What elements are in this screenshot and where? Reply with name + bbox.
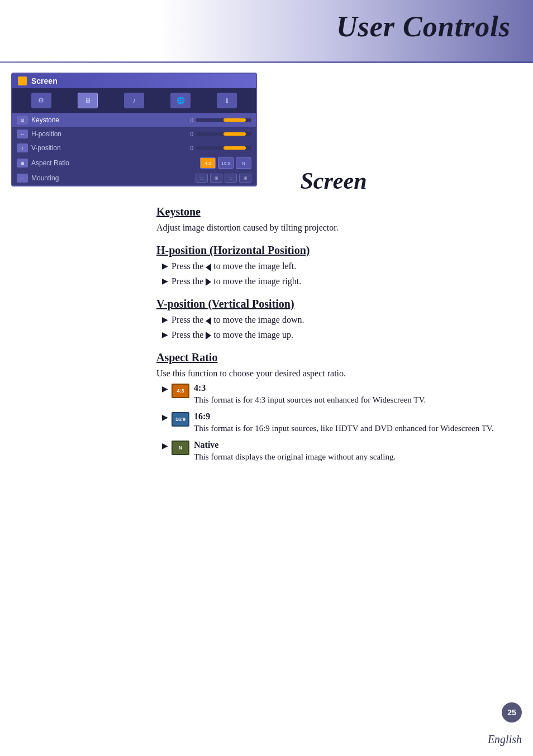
- bullet-arrow-icon: ▶: [162, 261, 168, 271]
- section-title: Screen: [151, 168, 516, 194]
- heading-keystone: Keystone: [151, 205, 516, 218]
- aspect-arrow-43: ▶: [162, 384, 168, 394]
- aspect-native-content: Native This format displays the original…: [194, 440, 516, 463]
- heading-hposition: H-position (Horizontal Position): [151, 244, 516, 257]
- keystone-label: Keystone: [31, 116, 141, 124]
- aspect-169-desc: This format is for 16:9 input sources, l…: [194, 423, 516, 434]
- hposition-bullet-1: ▶ Press the to move the image left.: [151, 260, 516, 272]
- vposition-bullet-2-text: Press the to move the image up.: [172, 329, 293, 341]
- arrow-left-icon: [206, 264, 211, 271]
- hposition-bullet-2-text: Press the to move the image right.: [172, 275, 301, 288]
- keystone-icon: ⊡: [17, 116, 28, 125]
- osd-icon-audio: ♪: [124, 93, 144, 108]
- heading-vposition: V-position (Vertical Position): [151, 298, 516, 310]
- aspect-item-43: ▶ 4:3 4:3 This format is for 4:3 input s…: [151, 383, 516, 406]
- aspect-native-display-icon: N: [172, 441, 189, 455]
- language-label: English: [488, 733, 522, 746]
- aspect-169-label: 16:9: [194, 412, 516, 422]
- hposition-icon: ↔: [17, 130, 28, 138]
- aspect-43-content: 4:3 This format is for 4:3 input sources…: [194, 383, 516, 406]
- keystone-body: Adjust image distortion caused by tiltin…: [151, 222, 516, 234]
- aspect-43-display-icon: 4:3: [172, 384, 189, 398]
- vposition-bullet-1: ▶ Press the to move the image down.: [151, 314, 516, 326]
- aspect-169-content: 16:9 This format is for 16:9 input sourc…: [194, 412, 516, 434]
- mounting-icon: —: [17, 174, 28, 183]
- bullet-arrow-icon-2: ▶: [162, 276, 168, 286]
- aspectratio-body: Use this function to choose your desired…: [151, 367, 516, 380]
- vposition-icon: ↕: [17, 143, 28, 152]
- aspect-arrow-native: ▶: [162, 441, 168, 451]
- aspect-item-native: ▶ N Native This format displays the orig…: [151, 440, 516, 463]
- page-title: User Controls: [336, 10, 511, 43]
- bullet-arrow-icon-3: ▶: [162, 315, 168, 324]
- header-underline: [0, 61, 533, 63]
- vposition-bullet-2: ▶ Press the to move the image up.: [151, 329, 516, 341]
- heading-aspectratio: Aspect Ratio: [151, 351, 516, 364]
- osd-icon-settings: ⚙: [31, 93, 51, 108]
- aspect-arrow-169: ▶: [162, 413, 168, 422]
- aspect-item-169: ▶ 16:9 16:9 This format is for 16:9 inpu…: [151, 412, 516, 434]
- page-number: 25: [507, 708, 516, 717]
- vposition-label: V-position: [31, 144, 141, 152]
- page-number-badge: 25: [502, 702, 522, 722]
- aspect-native-desc: This format displays the original image …: [194, 451, 516, 463]
- osd-title-text: Screen: [31, 76, 58, 85]
- bullet-arrow-icon-4: ▶: [162, 330, 168, 339]
- osd-icon-screen: 🖥: [78, 93, 98, 108]
- arrow-right-icon: [206, 278, 211, 286]
- aspectratio-icon: ⊞: [17, 159, 28, 168]
- aspect-native-label: Native: [194, 440, 516, 450]
- aspect-43-label: 4:3: [194, 383, 516, 393]
- aspect-43-desc: This format is for 4:3 input sources not…: [194, 394, 516, 406]
- aspect-169-display-icon: 16:9: [172, 412, 189, 427]
- hposition-label: H-position: [31, 130, 141, 138]
- arrow-right-icon-2: [206, 332, 211, 339]
- osd-title-icon: [18, 76, 27, 85]
- hposition-bullet-1-text: Press the to move the image left.: [172, 260, 296, 272]
- vposition-bullet-1-text: Press the to move the image down.: [172, 314, 304, 326]
- arrow-left-icon-2: [206, 317, 211, 325]
- main-content: Screen Keystone Adjust image distortion …: [151, 67, 516, 468]
- hposition-bullet-2: ▶ Press the to move the image right.: [151, 275, 516, 288]
